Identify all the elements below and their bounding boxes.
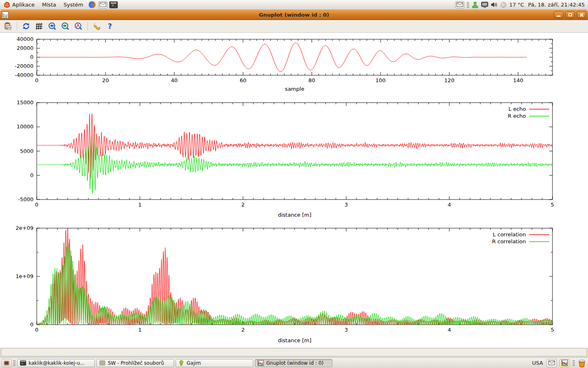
refresh-icon bbox=[22, 22, 30, 30]
x-tick-label: 1 bbox=[138, 202, 141, 208]
x-tick-label: 40 bbox=[171, 77, 178, 83]
keyboard-layout-indicator[interactable]: USA bbox=[532, 360, 543, 366]
configure-button[interactable] bbox=[91, 21, 102, 31]
menu-places-label: Místa bbox=[42, 2, 56, 8]
chart-correlation: 0123452e+091e+090distance [m]L correlati… bbox=[0, 223, 588, 348]
gnuplot-tray-button[interactable] bbox=[559, 359, 570, 367]
x-tick-label: 0 bbox=[35, 77, 38, 83]
gnuplot-icon bbox=[258, 360, 264, 366]
minimize-button[interactable] bbox=[554, 11, 564, 18]
x-axis-label: distance [m] bbox=[278, 212, 311, 218]
y-tick-label: 20000 bbox=[17, 45, 33, 51]
legend-label: R echo bbox=[508, 113, 526, 119]
menu-applications-label: Aplikace bbox=[12, 2, 35, 8]
window-title: Gnuplot (window id : 0) bbox=[0, 12, 588, 18]
help-icon: ? bbox=[108, 22, 112, 30]
file-manager-icon bbox=[99, 360, 105, 366]
x-tick-label: 3 bbox=[345, 202, 348, 208]
temperature-label[interactable]: 17 °C bbox=[509, 2, 524, 8]
x-tick-label: 2 bbox=[241, 202, 245, 208]
x-tick-label: 3 bbox=[345, 327, 348, 333]
menu-applications[interactable]: Aplikace bbox=[0, 0, 38, 10]
weather-icon[interactable] bbox=[500, 2, 507, 8]
x-tick-label: 5 bbox=[551, 327, 554, 333]
legend-label: L echo bbox=[508, 106, 526, 112]
trash-applet[interactable] bbox=[577, 359, 586, 368]
wrench-icon bbox=[93, 22, 101, 30]
task-button-terminal[interactable]: > kaklik@kaklik-kolej-u... bbox=[17, 359, 95, 367]
autoscale-button[interactable] bbox=[73, 21, 84, 31]
show-desktop-button[interactable] bbox=[2, 359, 11, 367]
trash-icon bbox=[577, 359, 586, 368]
svg-text:>_: >_ bbox=[111, 4, 116, 7]
autoscale-icon bbox=[74, 22, 82, 30]
x-tick-label: 80 bbox=[308, 77, 315, 83]
mail-tray-button[interactable] bbox=[546, 359, 557, 367]
y-tick-label: 40000 bbox=[17, 36, 33, 42]
task-button-gajim[interactable]: Gajim bbox=[176, 359, 253, 367]
x-tick-label: 60 bbox=[240, 77, 247, 83]
gnuplot-window: Gnuplot (window id : 0) bbox=[0, 10, 588, 357]
display-icon[interactable] bbox=[481, 2, 488, 8]
maximize-icon bbox=[568, 13, 572, 16]
y-tick-label: 2e+09 bbox=[16, 225, 33, 231]
x-tick-label: 140 bbox=[513, 77, 523, 83]
mail-envelope-icon bbox=[548, 361, 555, 365]
task-label: SW - Prohlížeč souborů bbox=[108, 360, 164, 366]
gnuplot-statusbar bbox=[1, 348, 587, 357]
mail-envelope-icon[interactable] bbox=[455, 1, 464, 9]
help-button[interactable]: ? bbox=[105, 21, 115, 31]
x-tick-label: 5 bbox=[551, 202, 554, 208]
window-titlebar[interactable]: Gnuplot (window id : 0) bbox=[0, 10, 588, 20]
task-label: Gajim bbox=[187, 360, 201, 366]
menu-system[interactable]: Systém bbox=[60, 0, 87, 10]
x-tick-label: 120 bbox=[444, 77, 454, 83]
mail-launcher[interactable] bbox=[98, 0, 108, 10]
task-button-gnuplot[interactable]: Gnuplot (window id : 0) bbox=[255, 359, 332, 367]
gnome-top-panel: Aplikace Místa Systém >_ bbox=[0, 0, 588, 10]
firefox-icon bbox=[88, 1, 96, 9]
firefox-launcher[interactable] bbox=[87, 0, 98, 10]
mail-icon bbox=[98, 1, 107, 9]
taskbar-handle bbox=[572, 360, 575, 366]
gnuplot-window-icon bbox=[2, 11, 9, 18]
menu-places[interactable]: Místa bbox=[38, 0, 60, 10]
user-switcher-icon[interactable] bbox=[472, 1, 479, 8]
task-label: kaklik@kaklik-kolej-u... bbox=[29, 360, 85, 366]
x-tick-label: 2 bbox=[241, 327, 245, 333]
task-button-file-manager[interactable]: SW - Prohlížeč souborů bbox=[96, 359, 174, 367]
chart-echo: 012345150001000050000-5000distance [m]L … bbox=[0, 98, 588, 223]
x-tick-label: 100 bbox=[376, 77, 386, 83]
toolbar-separator bbox=[17, 22, 17, 30]
x-axis-label: distance [m] bbox=[278, 337, 311, 343]
copy-to-clipboard-button[interactable] bbox=[2, 21, 13, 31]
zoom-previous-button[interactable] bbox=[47, 21, 58, 31]
refresh-button[interactable] bbox=[21, 21, 31, 31]
tray-handle[interactable] bbox=[467, 2, 469, 8]
y-tick-label: 5000 bbox=[20, 148, 33, 154]
grid-button[interactable] bbox=[34, 21, 45, 31]
y-tick-label: 0 bbox=[30, 172, 33, 178]
y-tick-label: 10000 bbox=[17, 123, 33, 130]
series-l-echo bbox=[37, 114, 552, 178]
show-desktop-icon bbox=[4, 361, 9, 366]
zoom-next-button[interactable] bbox=[60, 21, 71, 31]
legend-label: L correlation bbox=[493, 231, 526, 238]
terminal-launcher[interactable]: >_ bbox=[108, 0, 119, 10]
gnuplot-toolbar: ? bbox=[0, 20, 588, 33]
clock-applet[interactable]: Pá, 18. září, 21:42:45 bbox=[526, 2, 585, 8]
close-button[interactable] bbox=[577, 11, 586, 18]
grid-icon bbox=[36, 22, 43, 30]
x-tick-label: 4 bbox=[448, 202, 451, 208]
minimize-icon bbox=[557, 16, 561, 17]
series-l-correlation bbox=[37, 228, 552, 325]
maximize-button[interactable] bbox=[565, 11, 575, 18]
toolbar-separator bbox=[87, 22, 88, 30]
plot-area[interactable]: 02040608010012014040000200000-20000-4000… bbox=[0, 33, 588, 348]
x-tick-label: 0 bbox=[35, 327, 38, 333]
volume-icon[interactable] bbox=[491, 2, 498, 8]
x-tick-label: 0 bbox=[35, 202, 38, 208]
close-icon bbox=[579, 13, 584, 17]
gajim-icon bbox=[178, 360, 184, 366]
taskbar-handle[interactable] bbox=[13, 360, 16, 366]
